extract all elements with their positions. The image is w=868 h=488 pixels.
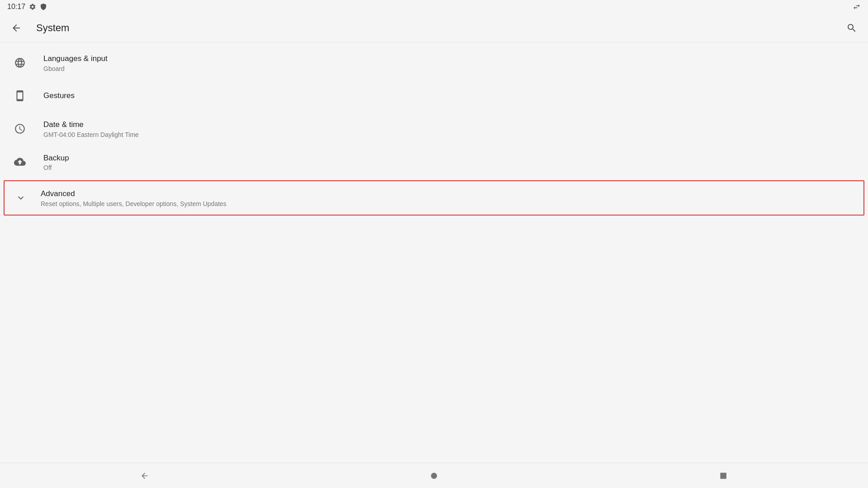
languages-title: Languages & input xyxy=(43,53,857,64)
backup-title: Backup xyxy=(43,153,857,164)
languages-text: Languages & input Gboard xyxy=(43,53,857,72)
advanced-title: Advanced xyxy=(41,188,853,199)
datetime-text: Date & time GMT-04:00 Eastern Daylight T… xyxy=(43,119,857,138)
svg-point-0 xyxy=(431,473,437,479)
settings-item-datetime[interactable]: Date & time GMT-04:00 Eastern Daylight T… xyxy=(0,112,868,145)
svg-rect-1 xyxy=(720,473,726,479)
settings-item-advanced[interactable]: Advanced Reset options, Multiple users, … xyxy=(4,180,864,216)
languages-subtitle: Gboard xyxy=(43,65,857,72)
clock-icon xyxy=(11,120,29,138)
nav-back-button[interactable] xyxy=(127,467,163,485)
advanced-subtitle: Reset options, Multiple users, Developer… xyxy=(41,200,853,207)
settings-status-icon xyxy=(29,3,36,10)
settings-list: Languages & input Gboard Gestures Date &… xyxy=(0,42,868,221)
settings-item-gestures[interactable]: Gestures xyxy=(0,80,868,112)
status-bar-left: 10:17 xyxy=(7,3,47,11)
gestures-text: Gestures xyxy=(43,90,857,101)
status-bar: 10:17 xyxy=(0,0,868,14)
nav-home-button[interactable] xyxy=(416,467,452,485)
settings-item-languages[interactable]: Languages & input Gboard xyxy=(0,46,868,80)
status-time: 10:17 xyxy=(7,3,25,11)
backup-text: Backup Off xyxy=(43,153,857,172)
datetime-title: Date & time xyxy=(43,119,857,130)
backup-subtitle: Off xyxy=(43,164,857,171)
globe-icon xyxy=(11,54,29,72)
bottom-nav xyxy=(0,463,868,488)
datetime-subtitle: GMT-04:00 Eastern Daylight Time xyxy=(43,131,857,138)
gestures-title: Gestures xyxy=(43,90,857,101)
arrows-icon xyxy=(853,3,861,11)
settings-item-backup[interactable]: Backup Off xyxy=(0,145,868,179)
advanced-text: Advanced Reset options, Multiple users, … xyxy=(41,188,853,207)
app-bar: System xyxy=(0,14,868,42)
shield-status-icon xyxy=(40,3,47,10)
search-button[interactable] xyxy=(843,19,861,37)
back-button[interactable] xyxy=(7,19,25,37)
page-title: System xyxy=(36,22,843,34)
gestures-icon xyxy=(11,87,29,105)
nav-recents-button[interactable] xyxy=(705,467,741,485)
cloud-icon xyxy=(11,153,29,171)
chevron-down-icon xyxy=(15,192,26,203)
status-bar-right xyxy=(853,3,861,11)
